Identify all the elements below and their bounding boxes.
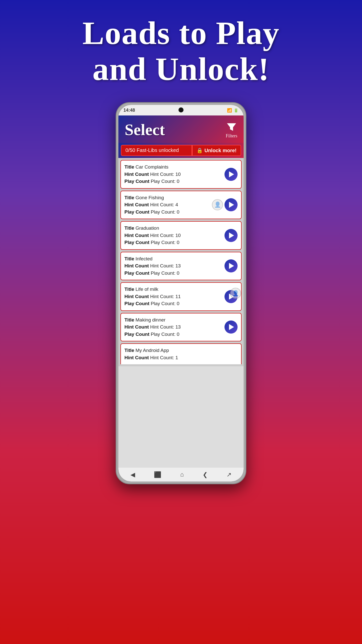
item-hint-row: Hint Count Hint Count: 10 <box>124 171 222 178</box>
list-item: Title Graduation Hint Count Hint Count: … <box>120 221 242 250</box>
item-info: Title Making dinner Hint Count Hint Coun… <box>124 316 222 338</box>
app-screen: Select Filters 0/50 Fast-Libs unlocked 🔒… <box>118 115 244 468</box>
play-button[interactable] <box>224 229 238 242</box>
item-play-row: Play Count Play Count: 0 <box>124 209 222 216</box>
item-hint-row: Hint Count Hint Count: 4 <box>124 201 222 209</box>
play-value: Play Count: 0 <box>151 301 179 306</box>
item-play-row: Play Count Play Count: 0 <box>124 178 222 185</box>
play-button[interactable] <box>224 259 238 272</box>
navigation-bar: ◀ ⬛ ⌂ ❮ ↗ <box>118 468 244 481</box>
play-triangle-icon <box>229 202 234 208</box>
lock-icon: 🔒 <box>197 147 203 153</box>
phone-mockup: 14:48 📶 🔋 Select Filters <box>116 102 246 484</box>
phone-screen: 14:48 📶 🔋 Select Filters <box>118 105 244 481</box>
play-label: Play Count <box>124 179 149 184</box>
play-value: Play Count: 0 <box>151 179 179 184</box>
play-value: Play Count: 0 <box>151 332 179 337</box>
unlock-count-display: 0/50 Fast-Libs unlocked <box>121 145 192 156</box>
user-created-badge: 👤 <box>230 288 241 299</box>
headline: Loads to Play and Unlock! <box>82 15 280 87</box>
app-header: Select Filters <box>118 115 244 143</box>
hint-value: Hint Count: 10 <box>150 172 180 177</box>
user-badge-icon: 👤 <box>230 288 241 299</box>
unlock-more-button[interactable]: 🔒 Unlock more! <box>192 145 241 156</box>
nav-back-icon[interactable]: ◀ <box>130 471 135 478</box>
title-value: Graduation <box>135 225 159 231</box>
item-play-row: Play Count Play Count: 0 <box>124 270 222 277</box>
play-triangle-icon <box>229 171 234 177</box>
title-label: Title <box>124 195 134 200</box>
hint-label: Hint Count <box>124 324 149 330</box>
item-hint-row: Hint Count Hint Count: 1 <box>124 354 238 361</box>
nav-left-icon[interactable]: ❮ <box>203 471 208 478</box>
battery-icon: 🔋 <box>234 108 239 113</box>
filter-button[interactable]: Filters <box>226 121 237 139</box>
item-hint-row: Hint Count Hint Count: 11 <box>124 293 222 300</box>
title-label: Title <box>124 287 134 292</box>
svg-marker-0 <box>227 123 236 131</box>
play-button[interactable] <box>224 198 238 211</box>
title-value: Gone Fishing <box>135 195 164 200</box>
item-title-row: Title Graduation <box>124 225 222 232</box>
play-value: Play Count: 0 <box>151 270 179 276</box>
user-badge-icon: 👤 <box>212 199 223 210</box>
hint-label: Hint Count <box>124 263 149 268</box>
item-info: Title Infected Hint Count Hint Count: 13… <box>124 255 222 277</box>
title-value: My Android App <box>135 348 169 353</box>
status-icons: 📶 🔋 <box>227 108 239 113</box>
play-label: Play Count <box>124 332 149 337</box>
play-button[interactable] <box>224 320 238 334</box>
hint-value: Hint Count: 11 <box>150 294 180 299</box>
item-play-row: Play Count Play Count: 0 <box>124 300 222 307</box>
list-item: Title Making dinner Hint Count Hint Coun… <box>120 313 242 342</box>
play-triangle-icon <box>229 263 234 269</box>
item-info: Title Graduation Hint Count Hint Count: … <box>124 225 222 246</box>
item-title-row: Title Gone Fishing <box>124 194 222 202</box>
hint-label: Hint Count <box>124 202 149 207</box>
title-value: Car Complaints <box>135 164 168 170</box>
play-value: Play Count: 0 <box>151 209 179 215</box>
item-title-row: Title Infected <box>124 255 222 263</box>
nav-share-icon[interactable]: ↗ <box>227 471 232 478</box>
item-hint-row: Hint Count Hint Count: 13 <box>124 262 222 270</box>
hint-value: Hint Count: 4 <box>150 202 178 207</box>
hint-label: Hint Count <box>124 172 149 177</box>
title-value: Making dinner <box>135 317 165 323</box>
play-label: Play Count <box>124 270 149 276</box>
title-label: Title <box>124 317 134 323</box>
item-hint-row: Hint Count Hint Count: 10 <box>124 232 222 239</box>
unlock-more-label: Unlock more! <box>204 148 237 153</box>
hint-label: Hint Count <box>124 294 149 299</box>
items-list: Title Car Complaints Hint Count Hint Cou… <box>118 158 244 366</box>
play-label: Play Count <box>124 209 149 215</box>
nav-recent-icon[interactable]: ⌂ <box>180 471 184 478</box>
nav-home-icon[interactable]: ⬛ <box>154 471 161 478</box>
filter-icon <box>226 121 237 132</box>
item-info: Title My Android App Hint Count Hint Cou… <box>124 347 238 361</box>
app-title: Select <box>125 120 165 139</box>
list-item: Title Infected Hint Count Hint Count: 13… <box>120 252 242 280</box>
camera-notch <box>178 107 184 112</box>
hint-value: Hint Count: 13 <box>150 324 180 330</box>
play-label: Play Count <box>124 240 149 245</box>
item-info: Title Gone Fishing Hint Count Hint Count… <box>124 194 222 216</box>
title-value: Life of milk <box>135 287 158 292</box>
list-item: Title Life of milk Hint Count Hint Count… <box>120 282 242 311</box>
item-title-row: Title Making dinner <box>124 316 222 324</box>
item-info: Title Life of milk Hint Count Hint Count… <box>124 286 222 307</box>
item-title-row: Title Car Complaints <box>124 164 222 171</box>
play-value: Play Count: 0 <box>151 240 179 245</box>
filter-label: Filters <box>226 133 237 139</box>
play-button[interactable] <box>224 168 238 181</box>
list-item: Title Car Complaints Hint Count Hint Cou… <box>120 160 242 189</box>
play-triangle-icon <box>229 324 234 330</box>
item-info: Title Car Complaints Hint Count Hint Cou… <box>124 164 222 185</box>
item-hint-row: Hint Count Hint Count: 13 <box>124 324 222 331</box>
list-item-partial: Title My Android App Hint Count Hint Cou… <box>120 343 242 364</box>
title-label: Title <box>124 225 134 231</box>
hint-value: Hint Count: 13 <box>150 263 180 268</box>
title-value: Infected <box>135 256 153 261</box>
item-play-row: Play Count Play Count: 0 <box>124 239 222 246</box>
list-item: Title Gone Fishing Hint Count Hint Count… <box>120 191 242 219</box>
hint-label: Hint Count <box>124 233 149 238</box>
